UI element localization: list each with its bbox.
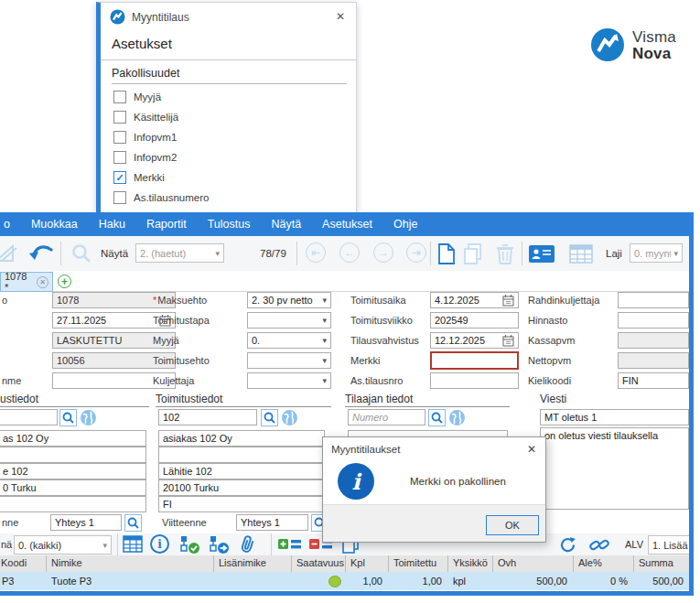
delivery-ref-field[interactable]: Yhteys 1 [236,514,308,531]
merkki-field-required[interactable] [430,351,519,370]
customer-name-field[interactable]: as 102 Oy [0,430,146,447]
attachment-icon[interactable] [240,535,258,556]
col-ovh[interactable]: Ovh [492,555,573,572]
workflow-forward-icon[interactable] [209,535,231,556]
customer-ref-field[interactable]: Yhteys 1 [50,514,122,531]
new-document-icon[interactable] [437,243,456,266]
delivery-name-field[interactable]: asiakas 102 Oy [158,430,325,447]
customer-map-icon[interactable] [80,409,97,426]
first-record-icon[interactable]: ⇤ [306,242,326,263]
message-template-field[interactable]: MT oletus 1 [540,409,689,425]
close-icon[interactable]: ✕ [336,10,345,23]
checkbox-infopvm1[interactable] [113,131,126,144]
delivery-country-field[interactable]: FI [158,496,325,512]
customer-ref-search-icon[interactable] [124,514,142,532]
menu-item-raportit[interactable]: Raportit [142,218,191,231]
orderer-search-field[interactable]: Numero [348,409,425,425]
tab-order-1078[interactable]: 1078 * ✕ [0,272,53,292]
orderer-map-icon[interactable] [448,409,466,426]
row-info-icon[interactable]: i [150,534,169,554]
add-row-icon[interactable] [278,537,302,553]
customer-search-field[interactable] [0,409,58,425]
copy-icon[interactable] [462,243,484,266]
tab-close-icon[interactable]: ✕ [37,276,48,288]
col-toimitettu[interactable]: Toimitettu [388,555,447,572]
order-line-row-selected[interactable]: P3 Tuote P3 1,00 1,00 kpl 500,00 0 % 500… [0,572,689,590]
delivery-name2-field[interactable] [158,447,325,463]
customer-name2-field[interactable] [0,447,146,463]
delivery-search-field[interactable]: 102 [158,409,257,425]
col-lisanimike[interactable]: Lisänimike [213,555,291,572]
hinnasto-field[interactable] [618,312,689,328]
kuljettaja-select[interactable]: ▾ [247,372,331,389]
customer-city-field[interactable]: 0 Turku [0,479,146,496]
menu-item-file-fragment[interactable]: o [4,218,15,231]
grid-view-icon[interactable] [569,244,593,265]
row-grid-icon[interactable] [123,535,143,555]
undo-icon[interactable] [29,244,54,265]
customer-country-field[interactable] [0,496,146,512]
delivery-search-icon[interactable] [261,409,278,426]
last-record-icon[interactable]: ⇥ [406,242,426,263]
row-filter-select[interactable]: 0. (kaikki)▾ [14,535,112,555]
alv-select[interactable]: 1. Lisää alv (n▾ [648,535,694,555]
add-tab-icon[interactable]: + [58,275,71,288]
show-select[interactable]: 2. (haetut)▾ [135,243,224,263]
menu-item-asetukset[interactable]: Asetukset [318,218,377,231]
checkbox-myyja[interactable] [113,91,126,103]
col-kpl[interactable]: Kpl [345,555,388,572]
previous-record-icon[interactable]: ← [339,242,360,263]
col-koodi[interactable]: Koodi [0,555,46,572]
search-icon[interactable] [71,243,92,266]
col-ale[interactable]: Ale% [573,555,633,572]
maksuehto-select[interactable]: 2. 30 pv netto▾ [247,292,331,308]
toimitusaika-field[interactable]: 4.12.2025 [430,292,519,308]
workflow-approve-icon[interactable] [179,535,201,556]
close-icon[interactable]: ✕ [527,443,536,456]
toimitustapa-select[interactable]: ▾ [247,312,331,328]
delete-icon[interactable] [495,243,515,266]
col-nimike[interactable]: Nimike [46,555,213,572]
myyja-label: Myyjä [153,332,179,349]
delivery-city-field[interactable]: 20100 Turku [158,479,325,496]
delivery-map-icon[interactable] [281,409,298,426]
kielikoodi-field[interactable]: FIN [618,372,689,389]
toimitusehto-select[interactable]: ▾ [247,352,331,369]
toimitusviikko-field[interactable]: 202549 [430,312,519,328]
link-icon[interactable] [589,535,609,556]
checkbox-row-infopvm2[interactable]: Infopvm2 [113,149,177,166]
col-saatavuus[interactable]: Saatavuus [291,555,345,572]
checkbox-infopvm2[interactable] [113,151,126,164]
checkbox-row-kasittelija[interactable]: Käsittelijä [113,109,178,125]
checkbox-row-merkki[interactable]: ✓ Merkki [113,169,165,186]
ok-button[interactable]: OK [486,515,539,535]
orderer-search-icon[interactable] [428,409,446,426]
contact-card-icon[interactable] [529,245,555,264]
message-body-field[interactable]: on oletus viesti tilauksella [540,427,689,510]
delivery-street-field[interactable]: Lähitie 102 [158,463,325,479]
menu-item-nayta[interactable]: Näytä [266,218,306,231]
save-icon[interactable] [0,243,20,265]
astilausnro-field[interactable] [430,372,519,389]
myyja-select[interactable]: 0.▾ [247,332,331,349]
menu-item-tulostus[interactable]: Tulostus [203,218,255,231]
checkbox-kasittelija[interactable] [113,111,126,124]
rahdinkuljettaja-field[interactable] [618,292,689,308]
customer-street-field[interactable]: e 102 [0,463,146,479]
tilausvahvistus-field[interactable]: 12.12.2025 [430,332,519,349]
checkbox-row-infopvm1[interactable]: Infopvm1 [113,129,177,145]
row-filter-label-fragment: nä [1,539,12,550]
laji-select[interactable]: 0. myyntitilaus▾ [630,243,683,263]
next-record-icon[interactable]: → [373,242,393,263]
col-summa[interactable]: Summa [633,555,689,572]
checkbox-astilausnumero[interactable] [113,191,126,204]
refresh-icon[interactable] [558,535,577,556]
menu-item-ohje[interactable]: Ohje [389,218,422,231]
customer-search-icon[interactable] [59,409,77,426]
checkbox-row-myyja[interactable]: Myyjä [113,89,161,105]
menu-item-haku[interactable]: Haku [94,218,130,231]
col-yksikko[interactable]: Yksikkö [447,555,492,572]
checkbox-merkki-checked[interactable]: ✓ [113,171,126,184]
checkbox-row-astilausnumero[interactable]: As.tilausnumero [113,189,209,206]
menu-item-muokkaa[interactable]: Muokkaa [27,218,82,231]
